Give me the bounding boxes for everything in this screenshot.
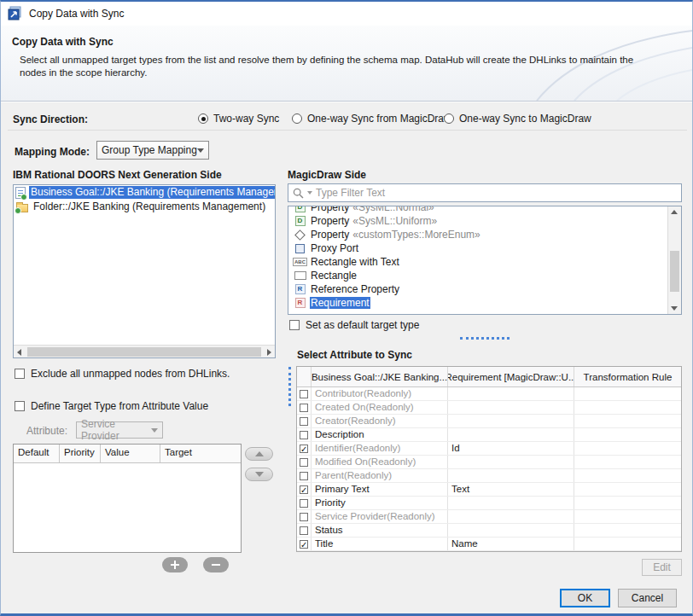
table-row[interactable]: Created On(Readonly): [297, 401, 681, 415]
tree-item[interactable]: Property «customTypes::MoreEnum»: [288, 228, 667, 241]
up-arrow-icon: [255, 451, 264, 456]
table-row[interactable]: Status: [297, 524, 681, 538]
sync-direction-label: Sync Direction:: [13, 113, 88, 125]
row-checkbox[interactable]: [300, 472, 308, 480]
row-checkbox[interactable]: [300, 404, 308, 412]
app-icon: [8, 6, 23, 21]
list-item-label: Folder::/JKE Banking (Requirements Manag…: [32, 200, 267, 213]
magicdraw-type-tree[interactable]: Property «SysML::Normal» Property «SysML…: [288, 206, 682, 315]
vertical-splitter-handle[interactable]: [288, 367, 291, 406]
list-item-label: Business Goal::/JKE Banking (Requirement…: [29, 186, 275, 199]
radio-label: One-way Sync to MagicDraw: [459, 113, 591, 125]
table-row[interactable]: Contributor(Readonly): [297, 387, 681, 401]
header-title: Copy Data with Sync: [12, 36, 114, 48]
attribute-name: Identifier(Readonly): [312, 442, 448, 455]
priority-value-table[interactable]: Default Priority Value Target: [13, 444, 242, 553]
attribute-name: Description: [312, 428, 448, 441]
chevron-down-icon: [197, 148, 204, 153]
tree-item[interactable]: Property «SysML::Normal»: [288, 206, 667, 214]
attribute-value: Service Provider: [81, 418, 151, 442]
table-row[interactable]: Primary Text Text: [297, 483, 681, 497]
ok-button[interactable]: OK: [560, 589, 610, 607]
tree-item[interactable]: Reference Property: [288, 282, 667, 296]
checkbox-label: Set as default target type: [306, 319, 419, 331]
table-row[interactable]: Description: [297, 428, 681, 442]
column-header: Priority: [60, 445, 101, 462]
tree-item[interactable]: Rectangle with Text: [288, 255, 667, 269]
table-row[interactable]: Service Provider(Readonly): [297, 510, 681, 524]
row-checkbox[interactable]: [300, 390, 308, 398]
enum-property-icon: [294, 230, 306, 240]
row-checkbox[interactable]: [300, 458, 308, 467]
tree-item[interactable]: Requirement: [288, 296, 667, 310]
row-checkbox[interactable]: [300, 540, 308, 549]
list-item[interactable]: Business Goal::/JKE Banking (Requirement…: [14, 185, 275, 200]
tree-item-label: Proxy Port: [310, 242, 359, 254]
select-attribute-title: Select Attribute to Sync: [297, 349, 412, 361]
down-arrow-icon: [255, 472, 264, 477]
scrollbar-thumb[interactable]: [27, 347, 261, 357]
transformation-rule: [574, 387, 681, 400]
row-checkbox[interactable]: [300, 445, 308, 453]
table-row[interactable]: Priority: [297, 497, 681, 510]
tree-item[interactable]: Proxy Port: [288, 241, 667, 255]
row-checkbox[interactable]: [300, 513, 308, 521]
table-row[interactable]: Modified On(Readonly): [297, 456, 681, 469]
property-icon: [294, 206, 306, 212]
define-target-type-checkbox[interactable]: Define Target Type from Attribute Value: [15, 400, 208, 412]
horizontal-scrollbar[interactable]: [14, 345, 275, 357]
mapping-mode-select[interactable]: Group Type Mapping: [96, 141, 209, 160]
row-checkbox[interactable]: [300, 431, 308, 439]
scroll-up-arrow-icon[interactable]: [671, 210, 678, 214]
table-row[interactable]: Creator(Readonly): [297, 415, 681, 428]
copy-data-with-sync-dialog: Copy Data with Sync Copy Data with Sync …: [0, 0, 693, 616]
edit-button[interactable]: Edit: [642, 559, 682, 576]
radio-one-way-to-magicdraw[interactable]: One-way Sync to MagicDraw: [444, 112, 591, 125]
target-attribute: Id: [448, 442, 574, 455]
reference-property-icon: [294, 284, 306, 294]
remove-button[interactable]: [203, 557, 229, 572]
dialog-header: Copy Data with Sync Select all unmapped …: [1, 26, 692, 101]
scrollbar-thumb[interactable]: [670, 251, 679, 292]
attribute-select: Service Provider: [76, 421, 163, 439]
move-up-button[interactable]: [245, 447, 273, 461]
horizontal-splitter-handle[interactable]: [460, 337, 510, 340]
vertical-scrollbar[interactable]: [667, 206, 681, 314]
transformation-rule: [574, 510, 681, 523]
transformation-rule: [574, 442, 681, 455]
row-checkbox[interactable]: [300, 417, 308, 426]
radio-one-way-from-magicdraw[interactable]: One-way Sync from MagicDraw: [292, 112, 451, 125]
scroll-right-arrow-icon[interactable]: [267, 349, 271, 356]
chevron-down-icon[interactable]: [307, 191, 312, 195]
transformation-rule: [574, 469, 681, 482]
table-row[interactable]: Parent(Readonly): [297, 469, 681, 483]
table-row[interactable]: Identifier(Readonly) Id: [297, 442, 681, 456]
column-header: Business Goal::/JKE Banking...: [312, 367, 448, 386]
type-filter-input[interactable]: Type Filter Text: [288, 183, 682, 202]
row-checkbox[interactable]: [300, 526, 308, 535]
tree-item[interactable]: Property «SysML::Uniform»: [288, 214, 667, 228]
set-default-target-checkbox[interactable]: Set as default target type: [289, 319, 419, 331]
list-item[interactable]: Folder::/JKE Banking (Requirements Manag…: [14, 200, 275, 214]
attribute-name: Modified On(Readonly): [312, 456, 448, 468]
table-header: Business Goal::/JKE Banking... Requireme…: [297, 367, 681, 387]
scroll-down-arrow-icon[interactable]: [671, 306, 678, 311]
checkbox-icon: [15, 369, 25, 379]
radio-two-way-sync[interactable]: Two-way Sync: [198, 112, 279, 125]
doors-type-list[interactable]: Business Goal::/JKE Banking (Requirement…: [13, 184, 276, 358]
scroll-left-arrow-icon[interactable]: [17, 349, 21, 356]
tree-item-label: Reference Property: [310, 283, 400, 295]
tree-item[interactable]: Rectangle: [288, 269, 667, 282]
doors-side-title: IBM Rational DOORS Next Generation Side: [13, 169, 222, 181]
attribute-sync-table[interactable]: Business Goal::/JKE Banking... Requireme…: [296, 366, 682, 552]
table-row[interactable]: Title Name: [297, 538, 681, 551]
row-checkbox[interactable]: [300, 485, 308, 494]
property-icon: [294, 216, 306, 226]
row-checkbox[interactable]: [300, 499, 308, 508]
plus-icon: [171, 561, 179, 569]
move-down-button[interactable]: [245, 468, 273, 481]
target-attribute: [448, 497, 574, 509]
cancel-button[interactable]: Cancel: [618, 589, 677, 607]
exclude-unmapped-checkbox[interactable]: Exclude all unmapped nodes from DHLinks.: [15, 368, 230, 380]
add-button[interactable]: [162, 557, 188, 572]
